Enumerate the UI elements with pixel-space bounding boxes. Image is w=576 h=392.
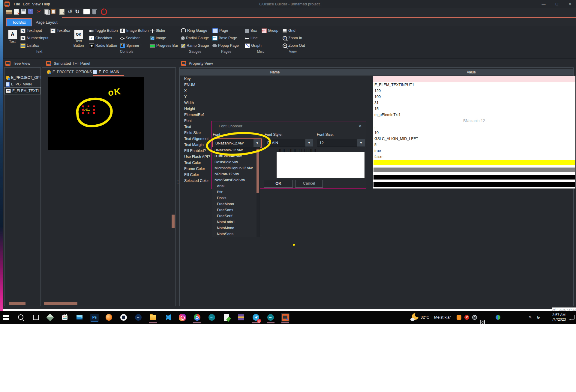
font-option[interactable]: NPlIran-12.vlw	[212, 171, 260, 177]
font-option[interactable]: FreeMono	[212, 201, 260, 207]
taskbar-app-store[interactable]	[61, 313, 69, 322]
tree-item-pg-main[interactable]: E_PG_MAIN	[4, 81, 40, 88]
ribbon-item-numberinput[interactable]: 99 NumberInput	[20, 36, 48, 40]
tft-tab-pg-main[interactable]: E_PG_MAIN	[93, 68, 119, 76]
font-option[interactable]: Dosis	[212, 195, 260, 201]
ribbon-item-group[interactable]: Group	[262, 28, 278, 33]
tree-item-project-options[interactable]: E_PROJECT_OPTI	[4, 74, 40, 81]
selection-rect-icon[interactable]	[83, 9, 90, 14]
ribbon-item-spinner[interactable]: Spinner	[120, 43, 139, 48]
font-option[interactable]: Arial	[212, 183, 260, 189]
taskbar-app-mail[interactable]	[75, 313, 84, 322]
tree-item-elem-textinput[interactable]: xy E_ELEM_TEXTI	[4, 88, 40, 94]
title-bar[interactable]: File Edit View Help GUIslice Builder - u…	[3, 0, 576, 8]
property-value-field-size[interactable]: 10	[373, 130, 575, 136]
font-size-combobox[interactable]: 12 ▼	[317, 139, 365, 147]
property-value-use-flash[interactable]: false	[373, 154, 575, 160]
property-value-text-alignment[interactable]: GSLC_ALIGN_MID_LEFT	[373, 136, 575, 142]
tray-icon-orange[interactable]	[457, 315, 461, 320]
notification-center-icon[interactable]	[569, 315, 574, 319]
font-option[interactable]: MicrosoftUighur-12.vlw	[212, 165, 260, 171]
ribbon-item-line[interactable]: Line	[245, 36, 258, 40]
tree-hscrollbar[interactable]	[9, 302, 26, 305]
taskbar-app-guislice[interactable]	[281, 313, 290, 322]
taskbar-app-fl-studio[interactable]	[105, 313, 113, 322]
property-value-fill-color[interactable]	[373, 174, 575, 181]
ribbon-item-toggle-button[interactable]: Toggle Button	[89, 28, 118, 33]
property-value-enum[interactable]: E_ELEM_TEXTINPUT1	[373, 82, 575, 88]
ribbon-item-slider[interactable]: Slider	[150, 28, 165, 33]
property-value-fill-enabled[interactable]: true	[373, 148, 575, 154]
copy-icon[interactable]	[44, 9, 49, 14]
taskbar-app-arduino-2[interactable]: ∞	[266, 313, 275, 322]
ribbon-item-ramp-gauge[interactable]: Ramp Gauge	[181, 43, 209, 48]
task-view-button[interactable]	[32, 313, 40, 322]
taskbar-app-telegram[interactable]: 71	[252, 313, 260, 322]
ribbon-item-progress-bar[interactable]: Progress Bar	[150, 43, 178, 48]
paste-icon[interactable]	[51, 9, 56, 14]
open-project-icon[interactable]	[6, 10, 12, 14]
property-value-y[interactable]: 100	[373, 94, 575, 100]
font-size-arrow-icon[interactable]: ▼	[357, 139, 365, 147]
ok-button[interactable]: OK	[264, 180, 293, 188]
property-value-font[interactable]: BNazanin-12	[373, 118, 575, 124]
ribbon-item-textbox[interactable]: ab TextBox	[50, 28, 70, 33]
taskbar-app-winrar[interactable]	[237, 313, 245, 322]
ribbon-item-zoom-in[interactable]: + Zoom In	[283, 36, 302, 40]
search-button[interactable]	[17, 313, 25, 322]
taskbar-app-notes[interactable]	[222, 313, 231, 322]
text-button-tool[interactable]: OK	[74, 30, 83, 39]
ribbon-item-popup-page[interactable]: Popup Page	[212, 43, 239, 48]
ribbon-item-page[interactable]: Page	[212, 28, 228, 33]
taskbar-app-instagram[interactable]	[178, 313, 187, 322]
property-value-x[interactable]: 120	[373, 88, 575, 94]
font-option[interactable]: Btir	[212, 189, 260, 195]
font-option[interactable]: NotoMono	[212, 225, 260, 231]
tray-icon-pen[interactable]: ✎	[529, 315, 533, 320]
exit-icon[interactable]	[101, 9, 107, 15]
taskbar-app-file-explorer[interactable]	[149, 313, 157, 322]
tab-page-layout[interactable]: Page Layout	[33, 18, 60, 25]
taskbar-app-photoshop[interactable]: Ps	[90, 313, 98, 322]
delete-icon[interactable]	[92, 10, 96, 14]
tab-toolbox[interactable]: ToolBox	[6, 18, 32, 26]
ribbon-item-radial-gauge[interactable]: Radial Gauge	[181, 36, 209, 40]
ribbon-item-graph[interactable]: Graph	[245, 43, 262, 48]
font-option[interactable]: DosisBold.vlw	[212, 159, 260, 165]
ribbon-item-seekbar[interactable]: Seekbar	[120, 36, 140, 40]
redo-icon[interactable]: ↻	[75, 9, 81, 15]
ribbon-item-checkbox[interactable]: ✓ Checkbox	[89, 36, 112, 40]
font-option[interactable]: FreeSans	[212, 207, 260, 213]
property-value-text-color[interactable]	[373, 160, 575, 167]
maximize-button[interactable]: □	[551, 0, 563, 8]
undo-icon[interactable]: ↺	[68, 9, 74, 15]
ribbon-item-image-button[interactable]: Image Button	[120, 28, 148, 33]
export-code-icon[interactable]: ↑	[28, 9, 33, 14]
taskbar-app-vscode[interactable]	[164, 313, 172, 322]
property-value-elementref[interactable]: m_pElemInTxt1	[373, 112, 575, 118]
tft-vscrollbar[interactable]	[172, 215, 175, 228]
close-button[interactable]: ×	[564, 0, 576, 8]
property-value-frame-color[interactable]	[373, 167, 575, 174]
ribbon-item-base-page[interactable]: Base Page	[212, 36, 237, 40]
ribbon-item-image[interactable]: Image	[150, 36, 166, 40]
font-style-combobox[interactable]: PLAIN ▼	[265, 139, 313, 147]
weather-condition[interactable]: Meist klar	[434, 311, 451, 324]
font-list-scrollbar-thumb[interactable]	[256, 149, 259, 193]
taskbar-app-teamviewer[interactable]: ⇔	[134, 313, 142, 322]
ribbon-item-listbox[interactable]: ListBox	[20, 43, 39, 48]
text-tool-button[interactable]: A	[8, 30, 17, 39]
font-option[interactable]: NotoSans	[212, 231, 260, 237]
weather-temperature[interactable]: 32°C	[421, 311, 429, 324]
tray-icon-capture[interactable]	[480, 320, 485, 324]
tray-icon-idm-globe[interactable]	[496, 315, 500, 320]
property-value-width[interactable]: 31	[373, 100, 575, 106]
font-option[interactable]: NotoLatin1	[212, 219, 260, 225]
taskbar-app-chrome[interactable]	[193, 313, 201, 322]
tray-icon-satellite[interactable]	[472, 315, 477, 320]
close-project-icon[interactable]	[14, 9, 19, 15]
property-value-selected-color[interactable]	[373, 181, 575, 189]
font-style-arrow-icon[interactable]: ▼	[305, 139, 313, 147]
logger-icon[interactable]	[59, 9, 64, 15]
font-option[interactable]: NotoSansBold.vlw	[212, 177, 260, 183]
